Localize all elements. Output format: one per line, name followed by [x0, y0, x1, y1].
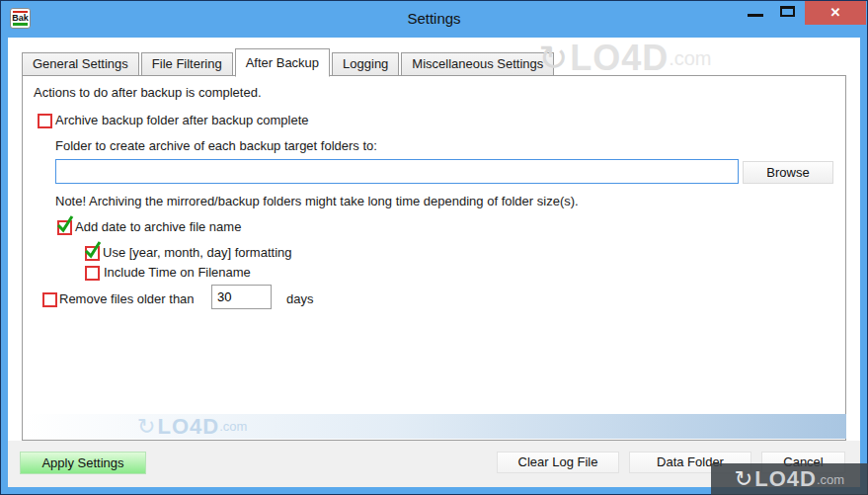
archive-backup-label[interactable]: Archive backup folder after backup compl…: [55, 113, 309, 127]
tab-bar: General Settings File Filtering After Ba…: [22, 47, 556, 76]
settings-window: Bak Settings ✕ General Settings File Fil…: [0, 0, 868, 495]
lo4d-logo-icon: ↻: [137, 414, 155, 440]
client-area: General Settings File Filtering After Ba…: [8, 38, 860, 487]
archive-backup-checkbox[interactable]: [38, 114, 52, 128]
remove-old-days-suffix: days: [286, 291, 313, 306]
cancel-button[interactable]: Cancel: [761, 452, 845, 473]
archive-folder-input[interactable]: [55, 159, 739, 184]
tab-file-filtering[interactable]: File Filtering: [141, 52, 233, 76]
maximize-button[interactable]: [778, 5, 798, 19]
clear-log-file-button[interactable]: Clear Log File: [497, 452, 619, 473]
footer-bar: Apply Settings Clear Log File Data Folde…: [8, 441, 860, 487]
browse-button[interactable]: Browse: [743, 161, 833, 184]
include-time-checkbox[interactable]: [85, 266, 100, 281]
window-title: Settings: [0, 10, 868, 27]
intro-text: Actions to do after backup is completed.: [34, 85, 262, 100]
apply-settings-button[interactable]: Apply Settings: [20, 452, 146, 474]
tab-after-backup[interactable]: After Backup: [235, 48, 330, 77]
ymd-format-checkbox[interactable]: [85, 246, 100, 261]
after-backup-panel: Actions to do after backup is completed.…: [22, 75, 846, 441]
close-button[interactable]: ✕: [805, 1, 866, 25]
titlebar: Bak Settings ✕: [0, 0, 868, 38]
remove-old-checkbox[interactable]: [42, 292, 57, 307]
remove-old-label[interactable]: Remove files older than: [59, 291, 195, 306]
add-date-label[interactable]: Add date to archive file name: [75, 219, 241, 234]
archive-folder-label: Folder to create archive of each backup …: [55, 138, 377, 153]
tab-general-settings[interactable]: General Settings: [22, 52, 139, 76]
watermark-brand: LO4D: [570, 38, 669, 79]
watermark-brand: LO4D: [157, 414, 219, 440]
tab-logging[interactable]: Logging: [332, 52, 399, 76]
checkmark-icon: [56, 214, 75, 233]
ymd-format-label[interactable]: Use [year, month, day] formatting: [103, 245, 291, 260]
watermark-tld: .com: [669, 47, 711, 70]
watermark-tld: .com: [219, 419, 247, 434]
archive-note-text: Note! Archiving the mirrored/backup fold…: [55, 194, 579, 208]
include-time-label[interactable]: Include Time on Filename: [104, 265, 251, 280]
minimize-icon: [748, 14, 763, 17]
data-folder-button[interactable]: Data Folder: [629, 452, 751, 473]
tab-miscellaneous-settings[interactable]: Miscellaneous Settings: [401, 52, 554, 76]
remove-old-days-input[interactable]: [211, 285, 272, 309]
close-icon: ✕: [830, 5, 841, 20]
maximize-icon: [780, 6, 795, 17]
add-date-checkbox[interactable]: [57, 220, 72, 235]
checkmark-icon: [84, 240, 103, 259]
minimize-button[interactable]: [746, 6, 767, 24]
watermark-band: ↻ LO4D .com: [24, 414, 846, 439]
